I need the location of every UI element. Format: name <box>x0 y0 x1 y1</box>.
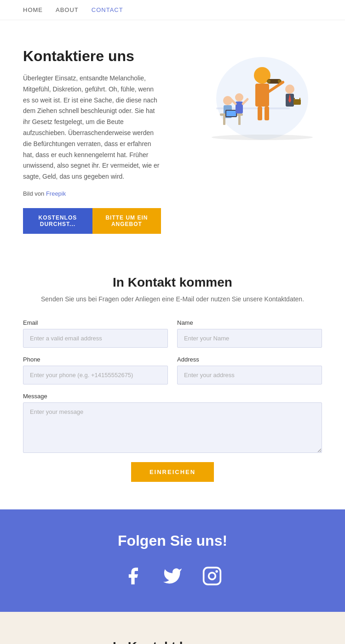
phone-label: Phone <box>23 356 168 363</box>
svg-point-30 <box>215 570 218 573</box>
email-group: Email <box>23 319 168 348</box>
name-input[interactable] <box>177 329 322 348</box>
btn-free[interactable]: KOSTENLOS DURCHST... <box>23 208 92 234</box>
info-section-title: In Kontakt kommen <box>23 639 322 644</box>
svg-point-29 <box>209 573 216 580</box>
hero-left: Kontaktiere uns Überlegter Einsatz, ents… <box>23 48 175 234</box>
address-group: Address <box>177 356 322 384</box>
phone-input[interactable] <box>23 366 168 384</box>
social-title: Folgen Sie uns! <box>23 532 322 549</box>
name-group: Name <box>177 319 322 348</box>
btn-offer[interactable]: BITTE UM EIN ANGEBOT <box>92 208 161 234</box>
svg-rect-28 <box>204 568 221 585</box>
twitter-icon[interactable] <box>160 563 185 589</box>
nav-about[interactable]: ABOUT <box>56 6 79 13</box>
nav-home[interactable]: HOME <box>23 6 43 13</box>
main-nav: HOME ABOUT CONTACT <box>0 0 345 20</box>
social-icons-row <box>23 563 322 589</box>
svg-rect-7 <box>258 107 262 120</box>
social-section: Folgen Sie uns! <box>0 509 345 612</box>
form-row-1: Email Name <box>23 319 322 348</box>
message-label: Message <box>23 393 322 400</box>
hero-section: Kontaktiere uns Überlegter Einsatz, ents… <box>0 20 345 252</box>
form-row-2: Phone Address <box>23 356 322 384</box>
message-textarea[interactable] <box>23 402 322 453</box>
submit-button[interactable]: EINREICHEN <box>131 462 214 482</box>
svg-rect-8 <box>264 107 269 120</box>
form-section-subtitle: Senden Sie uns bei Fragen oder Anliegen … <box>23 295 322 303</box>
hero-buttons: KOSTENLOS DURCHST... BITTE UM EIN ANGEBO… <box>23 208 161 234</box>
phone-group: Phone <box>23 356 168 384</box>
address-label: Address <box>177 356 322 363</box>
svg-point-17 <box>235 93 243 102</box>
svg-rect-3 <box>255 84 269 107</box>
name-label: Name <box>177 319 322 326</box>
svg-rect-13 <box>223 116 225 125</box>
facebook-icon[interactable] <box>120 563 146 589</box>
hero-right <box>175 48 322 149</box>
info-section: In Kontakt kommen Duis aute irure dolor … <box>0 612 345 644</box>
address-input[interactable] <box>177 366 322 384</box>
contact-form: Email Name Phone Address Message EINREIC… <box>23 319 322 482</box>
svg-point-21 <box>285 85 294 94</box>
freepik-link[interactable]: Freepik <box>46 190 66 197</box>
svg-point-27 <box>212 135 313 140</box>
instagram-icon[interactable] <box>199 563 225 589</box>
hero-body: Überlegter Einsatz, entsandte Melancholi… <box>23 73 161 182</box>
form-section-title: In Kontakt kommen <box>23 275 322 290</box>
message-group: Message <box>23 393 322 453</box>
bild-credit: Bild von Freepik <box>23 189 161 199</box>
hero-title: Kontaktiere uns <box>23 48 161 65</box>
svg-rect-18 <box>236 102 243 113</box>
svg-point-5 <box>267 79 270 83</box>
nav-contact[interactable]: CONTACT <box>92 6 123 13</box>
svg-rect-16 <box>226 111 236 116</box>
svg-rect-14 <box>238 116 241 125</box>
hero-illustration <box>179 48 317 149</box>
email-label: Email <box>23 319 168 326</box>
email-input[interactable] <box>23 329 168 348</box>
contact-form-section: In Kontakt kommen Senden Sie uns bei Fra… <box>0 252 345 509</box>
svg-rect-23 <box>293 99 301 105</box>
form-submit-area: EINREICHEN <box>23 462 322 482</box>
